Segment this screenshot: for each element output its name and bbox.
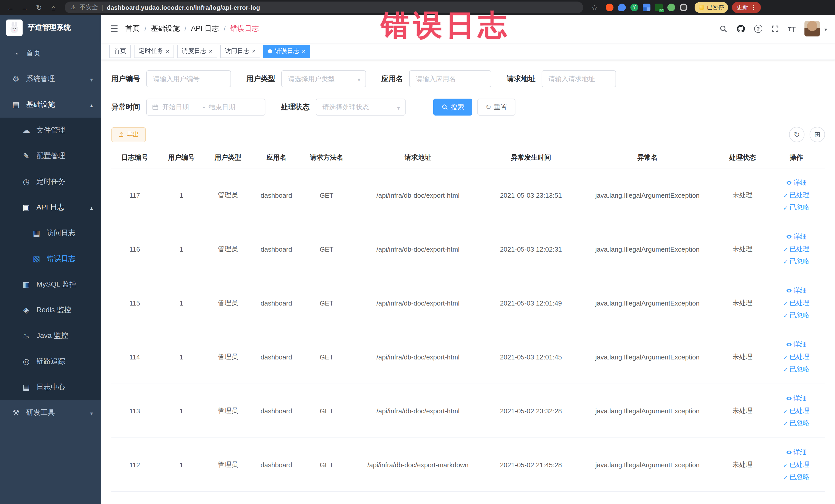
detail-link[interactable]: 详细 xyxy=(786,232,807,241)
processed-link[interactable]: 已处理 xyxy=(783,190,809,200)
app-title: 芋道管理系统 xyxy=(28,23,71,32)
extension-icon-4[interactable] xyxy=(643,4,650,11)
cloud-icon: ☁ xyxy=(21,126,32,135)
sidebar-item-java-monitor[interactable]: ♨ Java 监控 xyxy=(0,323,101,349)
cell-method: GET xyxy=(301,276,352,330)
ignored-link[interactable]: 已忽略 xyxy=(783,257,809,266)
detail-link[interactable]: 详细 xyxy=(786,286,807,295)
sidebar-item-infrastructure[interactable]: ▤ 基础设施 xyxy=(0,92,101,118)
extension-icon-7[interactable] xyxy=(680,4,687,11)
address-bar[interactable]: 不安全 | dashboard.yudao.iocoder.cn/infra/l… xyxy=(65,2,583,13)
home-icon[interactable] xyxy=(47,1,60,14)
user-id-input[interactable] xyxy=(146,70,231,87)
ignored-link[interactable]: 已忽略 xyxy=(783,419,809,428)
sidebar-item-error-log[interactable]: ▧ 错误日志 xyxy=(0,246,101,271)
start-date-input[interactable] xyxy=(162,103,199,111)
search-icon[interactable] xyxy=(719,25,727,33)
extension-icon-5[interactable]: on xyxy=(655,4,663,11)
detail-link[interactable]: 详细 xyxy=(786,340,807,349)
filter-exception-time: 异常时间 - xyxy=(111,99,265,116)
sidebar-item-home[interactable]: ◔ 首页 xyxy=(0,41,101,66)
reload-icon[interactable] xyxy=(33,1,45,14)
tools-icon: ⚒ xyxy=(10,408,22,418)
extension-icon-2[interactable] xyxy=(618,4,626,11)
request-url-input[interactable] xyxy=(542,70,616,87)
column-header: 操作 xyxy=(768,147,825,168)
user-type-select[interactable]: 请选择用户类型 xyxy=(281,70,366,87)
url-separator: | xyxy=(102,4,103,11)
sidebar-item-link-tracing[interactable]: ◎ 链路追踪 xyxy=(0,349,101,374)
close-icon[interactable] xyxy=(166,48,169,54)
bookmark-star-icon[interactable] xyxy=(588,1,600,14)
extension-icon-1[interactable] xyxy=(606,4,613,11)
breadcrumb-home[interactable]: 首页 xyxy=(125,24,140,33)
date-range-separator: - xyxy=(203,103,205,111)
cell-actions: 详细 已处理 已忽略 xyxy=(768,168,825,222)
eye-icon xyxy=(786,180,792,186)
extension-icon-3[interactable]: Y xyxy=(630,4,638,11)
breadcrumb-api-logs[interactable]: API 日志 xyxy=(191,24,219,33)
processed-link[interactable]: 已处理 xyxy=(783,244,809,254)
processed-link[interactable]: 已处理 xyxy=(783,406,809,416)
detail-link[interactable]: 详细 xyxy=(786,448,807,457)
refresh-button[interactable] xyxy=(789,127,805,142)
sidebar-item-access-log[interactable]: ▦ 访问日志 xyxy=(0,220,101,246)
avatar[interactable] xyxy=(805,21,820,37)
processed-link[interactable]: 已处理 xyxy=(783,298,809,308)
sidebar-item-api-logs[interactable]: ▣ API 日志 xyxy=(0,195,101,220)
filter-user-id: 用户编号 xyxy=(111,70,231,87)
detail-link[interactable]: 详细 xyxy=(786,394,807,403)
fullscreen-icon[interactable] xyxy=(771,25,779,33)
forward-icon[interactable] xyxy=(19,1,31,14)
tag-schedule-log[interactable]: 调度日志 xyxy=(177,44,217,58)
help-icon[interactable]: ? xyxy=(754,25,762,33)
sidebar-item-dev-tools[interactable]: ⚒ 研发工具 xyxy=(0,400,101,426)
cell-method: GET xyxy=(301,330,352,384)
reset-button[interactable]: 重置 xyxy=(477,99,515,116)
sidebar-item-file-management[interactable]: ☁ 文件管理 xyxy=(0,118,101,143)
sidebar-item-config-management[interactable]: ✎ 配置管理 xyxy=(0,143,101,169)
sidebar-toggle-icon[interactable] xyxy=(106,23,125,34)
ignored-link[interactable]: 已忽略 xyxy=(783,203,809,212)
tag-error-log[interactable]: 错误日志 xyxy=(263,44,310,58)
cell-user-type: 管理员 xyxy=(205,438,251,492)
ignored-link[interactable]: 已忽略 xyxy=(783,365,809,374)
process-status-select[interactable]: 请选择处理状态 xyxy=(316,99,406,116)
date-range-picker[interactable]: - xyxy=(146,99,265,116)
avatar-caret-icon[interactable] xyxy=(824,24,827,33)
table-header-row: 日志编号 用户编号 用户类型 应用名 请求方法名 请求地址 xyxy=(111,147,825,168)
app-name-input[interactable] xyxy=(409,70,491,87)
end-date-input[interactable] xyxy=(209,103,246,111)
sidebar-item-scheduled-tasks[interactable]: ◷ 定时任务 xyxy=(0,169,101,195)
sidebar-item-system-management[interactable]: ⚙ 系统管理 xyxy=(0,66,101,92)
cell-user-type: 管理员 xyxy=(205,330,251,384)
close-icon[interactable] xyxy=(252,48,256,54)
tag-home[interactable]: 首页 xyxy=(109,44,131,58)
ignored-link[interactable]: 已忽略 xyxy=(783,311,809,320)
font-size-icon[interactable]: TT xyxy=(788,24,796,33)
export-button[interactable]: 导出 xyxy=(111,127,146,142)
ignored-link[interactable]: 已忽略 xyxy=(783,472,809,482)
dashboard-icon: ◔ xyxy=(10,49,22,58)
sidebar-item-log-center[interactable]: ▤ 日志中心 xyxy=(0,374,101,400)
close-icon[interactable] xyxy=(209,48,212,54)
log-center-icon: ▤ xyxy=(21,383,32,392)
logo[interactable]: 芋道管理系统 xyxy=(0,15,101,41)
processed-link[interactable]: 已处理 xyxy=(783,460,809,469)
breadcrumb-infrastructure[interactable]: 基础设施 xyxy=(151,24,180,33)
update-button[interactable]: 更新 xyxy=(732,2,761,13)
github-icon[interactable] xyxy=(736,24,745,33)
processed-link[interactable]: 已处理 xyxy=(783,352,809,362)
back-icon[interactable] xyxy=(4,1,16,14)
column-settings-button[interactable] xyxy=(810,127,825,142)
detail-link[interactable]: 详细 xyxy=(786,178,807,187)
tag-access-log[interactable]: 访问日志 xyxy=(220,44,260,58)
extension-icon-6[interactable] xyxy=(667,4,675,11)
sidebar-item-redis-monitor[interactable]: ◈ Redis 监控 xyxy=(0,297,101,323)
search-button[interactable]: 搜索 xyxy=(433,99,472,116)
tag-scheduled-tasks[interactable]: 定时任务 xyxy=(134,44,174,58)
paused-badge[interactable]: 已暂停 xyxy=(695,2,728,13)
sidebar-item-mysql-monitor[interactable]: ▥ MySQL 监控 xyxy=(0,271,101,297)
close-icon[interactable] xyxy=(302,48,305,54)
browser-menu-icon[interactable] xyxy=(751,4,756,11)
